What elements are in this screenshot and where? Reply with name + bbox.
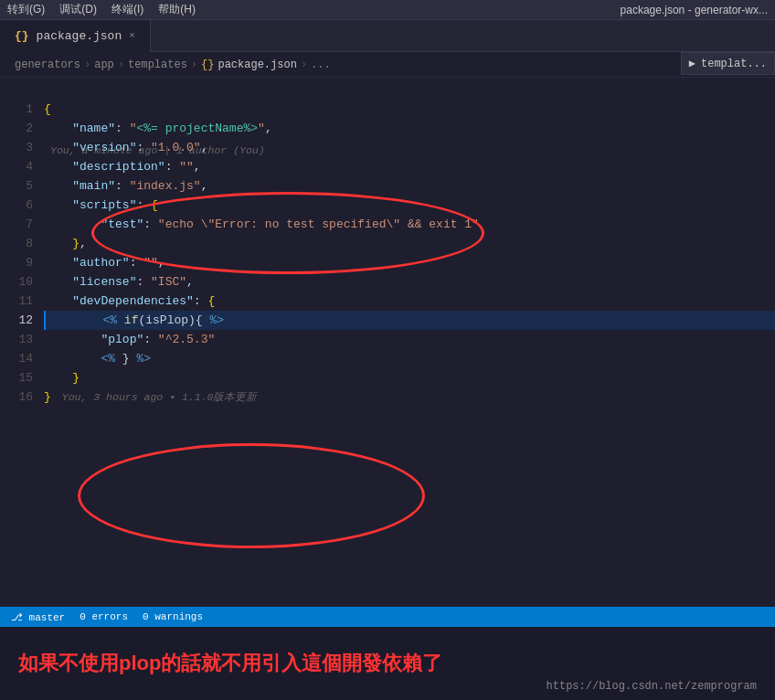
code-line-8: }, (44, 234, 775, 253)
json-icon: {} (15, 29, 29, 43)
floating-breadcrumb-hint: ▶ templat... (681, 52, 775, 75)
code-line-13: "plop": "^2.5.3" (44, 330, 775, 349)
breadcrumb-packagejson[interactable]: package.json (218, 58, 296, 71)
ln-15: 15 (0, 368, 33, 387)
tab-close-button[interactable]: × (129, 30, 135, 41)
breadcrumb-ellipsis[interactable]: ... (311, 58, 331, 71)
breadcrumb-sep-3: › (191, 58, 197, 71)
ln-11: 11 (0, 292, 33, 311)
code-line-1: { (44, 100, 775, 119)
menu-bar: 转到(G) 调试(D) 终端(I) 帮助(H) package.json - g… (0, 0, 775, 20)
breadcrumb-sep-1: › (84, 58, 90, 71)
breadcrumb: generators › app › templates › {} packag… (0, 52, 775, 78)
code-line-5: "main": "index.js", (44, 176, 775, 196)
breadcrumb-templates[interactable]: templates (128, 58, 187, 71)
breadcrumb-generators[interactable]: generators (15, 58, 80, 71)
title-bar: {} package.json × (0, 20, 775, 52)
ln-16: 16 (0, 387, 33, 407)
code-line-2: "name": "<%= projectName%>", (44, 119, 775, 138)
code-line-9: "author": "", (44, 253, 775, 272)
attribution-text: https://blog.csdn.net/zemprogram (547, 680, 757, 700)
ln-8: 8 (0, 234, 33, 253)
breadcrumb-sep-4: › (301, 58, 307, 71)
ln-5: 5 (0, 176, 33, 196)
ln-9: 9 (0, 253, 33, 272)
ln-6: 6 (0, 196, 33, 215)
window-title: package.json - generator-wx... (621, 4, 768, 16)
code-line-6: "scripts": { (44, 196, 775, 215)
menu-terminal[interactable]: 终端(I) (111, 2, 143, 17)
menu-goto[interactable]: 转到(G) (7, 2, 45, 17)
hint-text: templat... (701, 58, 767, 70)
ln-2: 2 (0, 119, 33, 138)
code-line-12: <% if(isPlop){ %> (44, 311, 775, 330)
git-branch: ⎇ master (11, 611, 65, 623)
tab-filename: package.json (37, 29, 122, 43)
code-content[interactable]: { "name": "<%= projectName%>", "version"… (44, 81, 775, 627)
ln-4: 4 (0, 157, 33, 176)
breadcrumb-app[interactable]: app (94, 58, 114, 71)
editor-area: 1 2 3 4 5 6 7 8 9 10 11 12 13 14 15 16 {… (0, 78, 775, 627)
ln-12: 12 (0, 311, 33, 330)
code-line-4: "description": "", (44, 157, 775, 176)
line16-blame: You, 3 hours ago • 1.1.0版本更新 (62, 387, 258, 407)
ln-7: 7 (0, 215, 33, 234)
code-line-3: "version": "1.0.0", (44, 138, 775, 157)
breadcrumb-file-icon: {} (201, 58, 214, 71)
error-count: 0 errors (80, 611, 128, 622)
ln-10: 10 (0, 272, 33, 292)
annotation-area: 如果不使用plop的話就不用引入這個開發依賴了 https://blog.csd… (0, 627, 775, 700)
line-numbers: 1 2 3 4 5 6 7 8 9 10 11 12 13 14 15 16 (0, 81, 44, 627)
ln-13: 13 (0, 330, 33, 349)
status-bar: ⎇ master 0 errors 0 warnings (0, 607, 775, 627)
code-line-14: <% } %> (44, 349, 775, 368)
menu-help[interactable]: 帮助(H) (158, 2, 196, 17)
code-line-10: "license": "ISC", (44, 272, 775, 292)
code-line-16: } You, 3 hours ago • 1.1.0版本更新 (44, 387, 775, 407)
annotation-text: 如果不使用plop的話就不用引入這個開發依賴了 (18, 650, 442, 677)
hint-arrow: ▶ (689, 57, 695, 70)
ln-3: 3 (0, 138, 33, 157)
ln-14: 14 (0, 349, 33, 368)
warning-count: 0 warnings (143, 611, 203, 622)
menu-debug[interactable]: 调试(D) (59, 2, 97, 17)
code-line-7: "test": "echo \"Error: no test specified… (44, 215, 775, 234)
ln-1: 1 (0, 100, 33, 119)
file-tab[interactable]: {} package.json × (0, 20, 151, 52)
breadcrumb-sep-2: › (118, 58, 124, 71)
code-line-11: "devDependencies": { (44, 292, 775, 311)
code-line-15: } (44, 368, 775, 387)
